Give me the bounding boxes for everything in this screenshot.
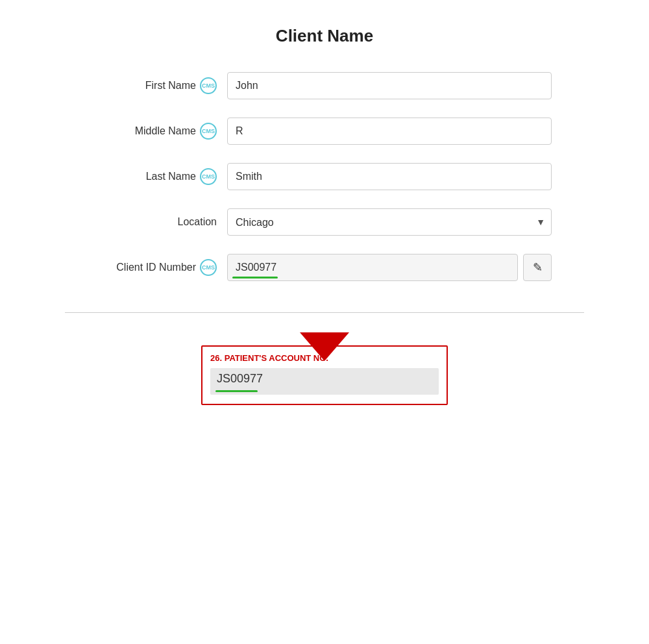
client-id-row: Client ID Number CMS ✎ xyxy=(97,254,552,281)
location-row: Location Chicago New York Los Angeles Ho… xyxy=(97,208,552,236)
location-select[interactable]: Chicago New York Los Angeles Houston xyxy=(227,208,552,236)
edit-icon: ✎ xyxy=(533,260,543,275)
patient-account-green-underline xyxy=(215,390,258,392)
middle-name-cms-badge: CMS xyxy=(200,123,217,140)
first-name-input[interactable] xyxy=(227,72,552,99)
location-label: Location xyxy=(97,216,227,228)
middle-name-input[interactable] xyxy=(227,118,552,145)
client-id-field-group: ✎ xyxy=(227,254,552,281)
middle-name-label: Middle Name CMS xyxy=(97,123,227,140)
location-select-wrapper: Chicago New York Los Angeles Houston ▼ xyxy=(227,208,552,236)
first-name-row: First Name CMS xyxy=(97,72,552,99)
client-name-form: First Name CMS Middle Name CMS Last Name… xyxy=(97,72,552,299)
section-divider xyxy=(65,312,584,313)
middle-name-label-text: Middle Name xyxy=(135,125,196,137)
patient-account-value: JS00977 xyxy=(217,372,432,386)
last-name-cms-badge: CMS xyxy=(200,168,217,185)
first-name-label: First Name CMS xyxy=(97,77,227,94)
first-name-cms-badge: CMS xyxy=(200,77,217,94)
first-name-label-text: First Name xyxy=(145,80,196,92)
patient-account-value-wrapper: JS00977 xyxy=(210,368,439,395)
last-name-label: Last Name CMS xyxy=(97,168,227,185)
location-label-text: Location xyxy=(178,216,217,228)
edit-client-id-button[interactable]: ✎ xyxy=(523,254,552,281)
client-id-green-underline xyxy=(232,277,278,279)
last-name-label-text: Last Name xyxy=(146,171,196,182)
client-id-input-wrapper xyxy=(227,254,518,281)
client-id-cms-badge: CMS xyxy=(200,259,217,276)
middle-name-row: Middle Name CMS xyxy=(97,118,552,145)
client-id-label-text: Client ID Number xyxy=(116,262,196,273)
page-title: Client Name xyxy=(276,26,373,46)
client-id-label: Client ID Number CMS xyxy=(97,259,227,276)
last-name-input[interactable] xyxy=(227,163,552,190)
last-name-row: Last Name CMS xyxy=(97,163,552,190)
arrow-head xyxy=(300,332,349,361)
